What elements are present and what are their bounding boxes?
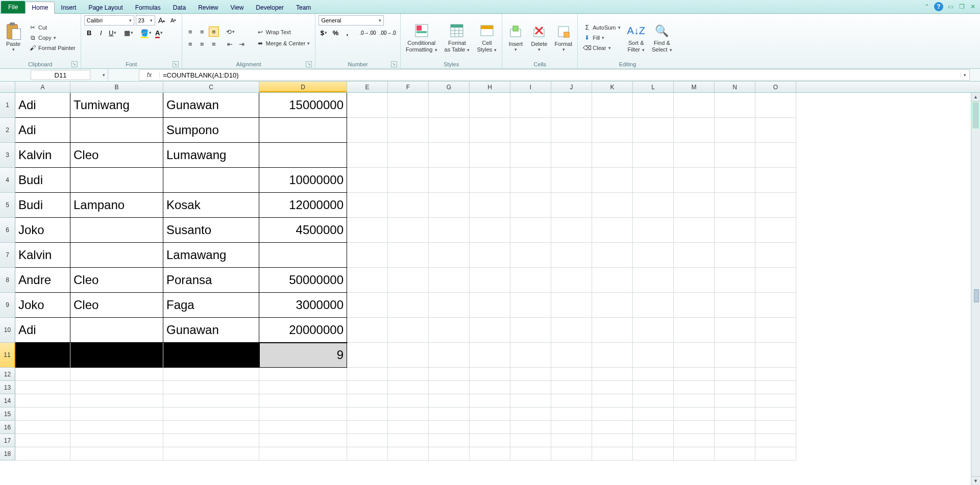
font-size-select[interactable]: 23▾ [136,15,155,25]
clear-button[interactable]: ⌫Clear▾ [581,43,622,53]
increase-font-icon[interactable]: A▴ [157,15,167,25]
decrease-decimal-icon[interactable]: .00→.0 [379,28,397,38]
copy-label: Copy [38,35,52,41]
font-size-value: 23 [138,17,144,23]
align-center-icon[interactable]: ≡ [197,39,207,49]
font-color-button[interactable]: A▾ [154,28,164,38]
insert-cells-button[interactable]: Insert▾ [505,22,526,54]
delete-icon [531,23,547,40]
minimize-ribbon-icon[interactable]: ⌃ [923,3,931,11]
help-icon[interactable]: ? [934,2,943,11]
tab-view[interactable]: View [225,2,250,13]
increase-indent-icon[interactable]: ⇥ [237,39,247,49]
close-window-icon[interactable]: ✕ [969,3,977,11]
fx-icon[interactable]: fx [139,71,160,79]
sort-filter-button[interactable]: A↓ZSort &Filter ▾ [626,21,647,54]
sigma-icon: Σ [583,23,591,32]
wrap-text-button[interactable]: ↩Wrap Text [254,28,312,37]
align-left-icon[interactable]: ≡ [185,39,195,49]
format-cells-button[interactable]: Format▾ [552,22,574,54]
tab-data[interactable]: Data [167,2,192,13]
formula-input[interactable]: =COUNTBLANK(A1:D10) [160,71,960,79]
comma-button[interactable]: , [342,28,352,38]
svg-rect-17 [564,32,569,37]
minimize-window-icon[interactable]: ▭ [946,3,954,11]
decrease-font-icon[interactable]: A▾ [168,15,179,25]
wrap-icon: ↩ [256,28,264,36]
chevron-down-icon: ▾ [379,18,381,23]
merge-center-label: Merge & Center [266,40,306,46]
cut-button[interactable]: ✂Cut [27,23,78,32]
tab-formulas[interactable]: Formulas [129,2,167,13]
name-box[interactable]: D11 [31,70,90,80]
dialog-launcher-icon[interactable]: ↘ [71,61,78,67]
number-format-value: General [321,17,341,23]
orientation-icon[interactable]: ⟲▾ [225,27,236,37]
styles-group-label: Styles [444,61,459,67]
autosum-label: AutoSum [593,24,616,31]
dialog-launcher-icon[interactable]: ↘ [391,61,397,67]
fill-button[interactable]: ⬇Fill▾ [581,33,622,42]
group-clipboard: Paste ▾ ✂Cut ⧉Copy▾ 🖌Format Painter Clip… [0,14,81,68]
tab-review[interactable]: Review [192,2,224,13]
delete-cells-button[interactable]: Delete▾ [529,22,549,54]
increase-decimal-icon[interactable]: .0→.00 [358,28,377,38]
tab-team[interactable]: Team [290,2,317,13]
group-font: Calibri▾ 23▾ A▴ A▾ B I U▾ ▦▾ 🪣▾ A▾ Font↘ [81,14,182,68]
align-right-icon[interactable]: ≡ [209,39,219,49]
bold-button[interactable]: B [84,28,94,38]
number-group-label: Number [348,61,368,67]
align-middle-icon[interactable]: ≡ [197,27,207,37]
currency-button[interactable]: $▾ [318,28,329,38]
tab-file[interactable]: File [1,1,25,13]
decrease-indent-icon[interactable]: ⇤ [225,39,235,49]
alignment-group-label: Alignment [236,61,261,67]
clipboard-group-label: Clipboard [28,61,52,67]
format-as-table-button[interactable]: Formatas Table ▾ [443,21,472,54]
wrap-text-label: Wrap Text [266,29,291,35]
format-painter-button[interactable]: 🖌Format Painter [27,43,78,53]
format-icon [555,23,572,40]
table-icon [449,22,465,39]
percent-button[interactable]: % [330,28,340,38]
tab-page-layout[interactable]: Page Layout [82,2,129,13]
svg-rect-10 [481,25,493,29]
border-button[interactable]: ▦▾ [123,28,134,38]
binoculars-icon: 🔍 [654,22,670,39]
number-format-select[interactable]: General▾ [318,15,384,25]
italic-button[interactable]: I [96,28,106,38]
dialog-launcher-icon[interactable]: ↘ [173,61,179,67]
paste-button[interactable]: Paste ▾ [3,22,23,54]
find-select-button[interactable]: 🔍Find &Select ▾ [650,21,674,54]
fill-color-button[interactable]: 🪣▾ [139,28,153,38]
clear-label: Clear [593,45,606,51]
merge-center-button[interactable]: ⬌Merge & Center▾ [254,39,312,48]
chevron-down-icon: ▾ [12,47,15,52]
align-top-icon[interactable]: ≡ [185,27,195,37]
fill-down-icon: ⬇ [583,34,591,42]
autosum-button[interactable]: ΣAutoSum▾ [581,23,622,32]
align-bottom-icon[interactable]: ≡ [209,27,219,37]
chevron-down-icon: ▾ [54,35,56,40]
tab-home[interactable]: Home [25,2,55,14]
tab-insert[interactable]: Insert [55,2,82,13]
conditional-formatting-button[interactable]: ConditionalFormatting ▾ [404,21,439,54]
font-group-label: Font [126,61,137,67]
svg-rect-12 [513,26,518,31]
group-styles: ConditionalFormatting ▾ Formatas Table ▾… [401,14,503,68]
font-name-select[interactable]: Calibri▾ [84,15,134,25]
underline-button[interactable]: U▾ [108,28,118,38]
copy-button[interactable]: ⧉Copy▾ [27,33,78,42]
editing-group-label: Editing [619,61,636,67]
tab-developer[interactable]: Developer [250,2,290,13]
chevron-down-icon: ▾ [150,18,153,23]
fill-label: Fill [593,35,600,41]
ribbon: Paste ▾ ✂Cut ⧉Copy▾ 🖌Format Painter Clip… [0,14,980,69]
group-number: General▾ $▾ % , .0→.00 .00→.0 Number↘ [315,14,401,68]
name-box-dropdown-icon[interactable]: ▾ [100,72,108,78]
expand-formula-bar-icon[interactable]: ▾ [960,72,969,78]
restore-window-icon[interactable]: ❐ [958,3,966,11]
dialog-launcher-icon[interactable]: ↘ [306,61,312,67]
cell-styles-button[interactable]: CellStyles ▾ [475,21,499,54]
ribbon-tabs: File Home Insert Page Layout Formulas Da… [0,0,980,14]
